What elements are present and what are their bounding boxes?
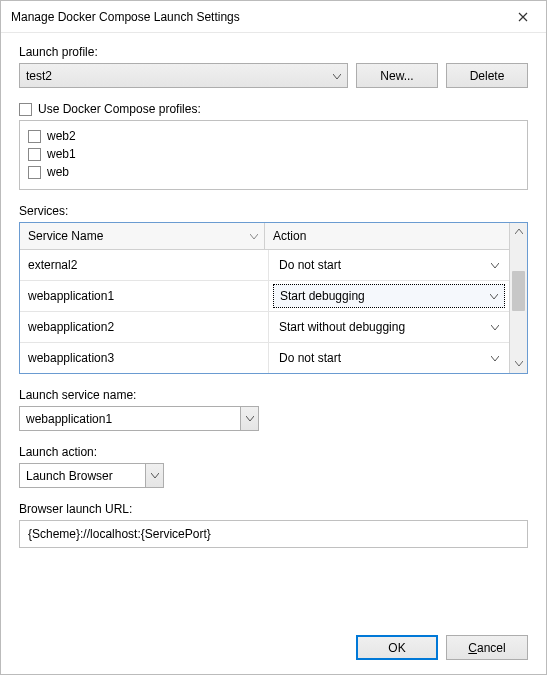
compose-profile-item: web2 — [28, 127, 519, 145]
table-row: webapplication2 Start without debugging — [20, 312, 509, 343]
browser-url-input[interactable]: {Scheme}://localhost:{ServicePort} — [19, 520, 528, 548]
chevron-down-icon — [240, 407, 258, 430]
service-action-select[interactable]: Start debugging — [273, 284, 505, 308]
launch-service-name-value: webapplication1 — [26, 412, 112, 426]
services-scrollbar — [509, 223, 527, 373]
compose-profile-checkbox[interactable] — [28, 130, 41, 143]
service-action-select[interactable]: Do not start — [273, 346, 505, 370]
launch-profile-row: test2 New... Delete — [19, 63, 528, 88]
scroll-up-button[interactable] — [510, 223, 527, 241]
launch-action-label: Launch action: — [19, 445, 528, 459]
launch-profile-select[interactable]: test2 — [19, 63, 348, 88]
titlebar: Manage Docker Compose Launch Settings — [1, 1, 546, 33]
browser-url-group: Browser launch URL: {Scheme}://localhost… — [19, 502, 528, 548]
service-name-cell: webapplication3 — [20, 343, 269, 373]
compose-profiles-list: web2 web1 web — [19, 120, 528, 190]
compose-profile-checkbox[interactable] — [28, 148, 41, 161]
services-table-body: external2 Do not start webapplication1 — [20, 250, 509, 373]
service-action-cell: Start without debugging — [269, 312, 509, 342]
close-button[interactable] — [500, 1, 546, 33]
compose-profile-item: web1 — [28, 145, 519, 163]
table-row: external2 Do not start — [20, 250, 509, 281]
launch-service-name-select[interactable]: webapplication1 — [19, 406, 259, 431]
browser-url-value: {Scheme}://localhost:{ServicePort} — [28, 527, 211, 541]
use-compose-profiles-row: Use Docker Compose profiles: — [19, 102, 528, 116]
service-action-cell: Start debugging — [269, 281, 509, 311]
dialog-content: Launch profile: test2 New... Delete Use … — [1, 33, 546, 674]
launch-service-name-group: Launch service name: webapplication1 — [19, 388, 528, 431]
browser-url-label: Browser launch URL: — [19, 502, 528, 516]
use-compose-profiles-checkbox[interactable] — [19, 103, 32, 116]
use-compose-profiles-label: Use Docker Compose profiles: — [38, 102, 201, 116]
chevron-down-icon — [491, 351, 499, 365]
service-name-cell: external2 — [20, 250, 269, 280]
table-row: webapplication3 Do not start — [20, 343, 509, 373]
table-row: webapplication1 Start debugging — [20, 281, 509, 312]
launch-action-select[interactable]: Launch Browser — [19, 463, 164, 488]
new-profile-button[interactable]: New... — [356, 63, 438, 88]
compose-profile-name: web2 — [47, 129, 76, 143]
service-name-cell: webapplication2 — [20, 312, 269, 342]
compose-profile-checkbox[interactable] — [28, 166, 41, 179]
services-table-main: Service Name Action external2 Do — [20, 223, 509, 373]
chevron-down-icon — [490, 289, 498, 303]
column-header-action[interactable]: Action — [265, 223, 509, 250]
cancel-button[interactable]: Cancel — [446, 635, 528, 660]
service-action-cell: Do not start — [269, 343, 509, 373]
ok-button[interactable]: OK — [356, 635, 438, 660]
chevron-down-icon — [250, 229, 258, 243]
close-icon — [518, 12, 528, 22]
service-action-select[interactable]: Do not start — [273, 253, 505, 277]
chevron-down-icon — [491, 258, 499, 272]
chevron-down-icon — [145, 464, 163, 487]
launch-action-value: Launch Browser — [26, 469, 113, 483]
services-label: Services: — [19, 204, 528, 218]
scroll-track[interactable] — [510, 241, 527, 355]
compose-profile-name: web1 — [47, 147, 76, 161]
launch-profile-value: test2 — [26, 69, 52, 83]
dialog-window: Manage Docker Compose Launch Settings La… — [0, 0, 547, 675]
scroll-down-button[interactable] — [510, 355, 527, 373]
services-section: Services: Service Name Action — [19, 204, 528, 374]
dialog-footer: OK Cancel — [19, 623, 528, 660]
launch-action-group: Launch action: Launch Browser — [19, 445, 528, 488]
chevron-down-icon — [333, 69, 341, 83]
compose-profile-name: web — [47, 165, 69, 179]
services-table: Service Name Action external2 Do — [19, 222, 528, 374]
column-header-service-name[interactable]: Service Name — [20, 223, 265, 250]
window-title: Manage Docker Compose Launch Settings — [11, 10, 500, 24]
chevron-down-icon — [491, 320, 499, 334]
launch-profile-label: Launch profile: — [19, 45, 528, 59]
delete-profile-button[interactable]: Delete — [446, 63, 528, 88]
service-action-cell: Do not start — [269, 250, 509, 280]
scroll-thumb[interactable] — [512, 271, 525, 311]
service-action-select[interactable]: Start without debugging — [273, 315, 505, 339]
services-table-header: Service Name Action — [20, 223, 509, 250]
launch-service-name-label: Launch service name: — [19, 388, 528, 402]
service-name-cell: webapplication1 — [20, 281, 269, 311]
compose-profile-item: web — [28, 163, 519, 181]
